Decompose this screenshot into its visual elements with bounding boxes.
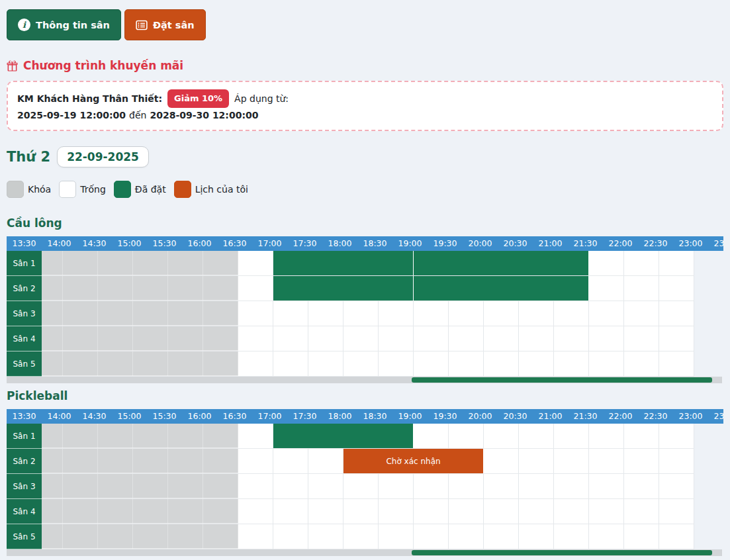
time-label: 17:30 <box>287 409 322 424</box>
promo-name: KM Khách Hàng Thân Thiết: <box>17 91 162 106</box>
slots-canvas[interactable] <box>42 251 694 276</box>
slots-canvas[interactable] <box>42 276 694 301</box>
promo-start-datetime: 2025-09-19 12:00:00 <box>17 108 126 122</box>
toolbar: Thông tin sân Đặt sân <box>7 9 723 40</box>
time-label: 23:00 <box>673 409 708 424</box>
court-row: Sân 5 <box>7 524 723 549</box>
time-label: 17:30 <box>287 236 322 251</box>
promo-heading-label: Chương trình khuyến mãi <box>23 59 183 72</box>
time-label: 21:00 <box>533 409 568 424</box>
court-label: Sân 3 <box>7 301 42 326</box>
time-label: 23:30 <box>708 236 723 251</box>
legend-swatch-mine <box>174 181 191 198</box>
time-label: 22:30 <box>638 236 673 251</box>
legend: KhóaTrốngĐã đặtLịch của tôi <box>7 181 723 198</box>
horizontal-scrollbar[interactable] <box>7 549 722 556</box>
weekday-label: Thứ 2 <box>7 149 50 165</box>
time-header-row: 13:3014:0014:3015:0015:3016:0016:3017:00… <box>7 409 723 424</box>
slots-canvas[interactable] <box>42 301 694 326</box>
time-label: 23:30 <box>708 409 723 424</box>
slots-canvas[interactable]: Chờ xác nhận <box>42 449 694 474</box>
time-label: 22:00 <box>603 236 638 251</box>
time-label: 19:00 <box>392 236 428 251</box>
time-label: 22:30 <box>638 409 673 424</box>
horizontal-scrollbar[interactable] <box>7 377 722 383</box>
promo-to-word: đến <box>129 108 146 122</box>
time-label: 14:30 <box>77 409 112 424</box>
slots-canvas[interactable] <box>42 326 694 351</box>
locked-region <box>42 499 238 524</box>
time-label: 15:00 <box>112 409 147 424</box>
time-label: 16:30 <box>217 236 252 251</box>
promo-box: KM Khách Hàng Thân Thiết: Giảm 10% Áp dụ… <box>7 81 723 131</box>
slots-canvas[interactable] <box>42 474 694 499</box>
court-row: Sân 1 <box>7 424 723 449</box>
booking-block-booked[interactable] <box>273 424 414 448</box>
legend-item-mine: Lịch của tôi <box>174 181 248 198</box>
section-title: Pickleball <box>7 389 723 402</box>
time-label: 15:00 <box>112 236 147 251</box>
time-label: 17:00 <box>252 409 287 424</box>
promo-line-1: KM Khách Hàng Thân Thiết: Giảm 10% Áp dụ… <box>17 89 713 108</box>
time-label: 19:30 <box>428 409 463 424</box>
court-label: Sân 4 <box>7 326 42 351</box>
court-row: Sân 4 <box>7 326 723 351</box>
schedule-section: Cầu lông13:3014:0014:3015:0015:3016:0016… <box>7 216 723 383</box>
time-label: 14:00 <box>42 409 77 424</box>
time-label: 18:30 <box>357 236 392 251</box>
book-court-button[interactable]: Đặt sân <box>124 9 206 40</box>
book-court-button-label: Đặt sân <box>153 20 195 30</box>
slots-canvas[interactable] <box>42 524 694 549</box>
booking-grid: 13:3014:0014:3015:0015:3016:0016:3017:00… <box>7 236 723 383</box>
time-label: 20:00 <box>463 236 498 251</box>
court-row: Sân 2 <box>7 276 723 301</box>
booking-block-booked[interactable] <box>414 276 589 301</box>
booking-block-booked[interactable] <box>273 251 414 275</box>
locked-region <box>42 351 238 376</box>
court-label: Sân 5 <box>7 524 42 549</box>
legend-swatch-locked <box>7 181 24 198</box>
schedule-section: Pickleball13:3014:0014:3015:0015:3016:00… <box>7 389 723 556</box>
time-label: 16:30 <box>217 409 252 424</box>
slots-canvas[interactable] <box>42 499 694 524</box>
section-title: Cầu lông <box>7 216 723 230</box>
time-label: 21:30 <box>568 236 603 251</box>
date-bar: Thứ 2 22-09-2025 <box>7 146 723 167</box>
scrollbar-thumb[interactable] <box>412 550 712 555</box>
scrollbar-thumb[interactable] <box>412 377 712 383</box>
locked-region <box>42 276 238 301</box>
court-label: Sân 1 <box>7 424 42 449</box>
court-label: Sân 5 <box>7 351 42 377</box>
promo-discount-badge: Giảm 10% <box>167 89 229 108</box>
time-header-row: 13:3014:0014:3015:0015:3016:0016:3017:00… <box>7 236 723 251</box>
legend-label: Trống <box>80 184 106 195</box>
slots-canvas[interactable] <box>42 351 694 377</box>
booking-block-mine[interactable]: Chờ xác nhận <box>343 449 484 473</box>
time-label: 13:30 <box>7 409 42 424</box>
date-picker[interactable]: 22-09-2025 <box>57 146 149 167</box>
booking-block-booked[interactable] <box>414 251 589 275</box>
slots-canvas[interactable] <box>42 424 694 449</box>
court-label: Sân 4 <box>7 499 42 524</box>
court-info-button[interactable]: Thông tin sân <box>7 9 121 40</box>
locked-region <box>42 301 238 326</box>
time-label: 15:30 <box>147 236 182 251</box>
time-label: 19:00 <box>392 409 428 424</box>
court-row: Sân 1 <box>7 251 723 276</box>
locked-region <box>42 326 238 351</box>
court-row: Sân 2Chờ xác nhận <box>7 449 723 474</box>
time-label: 23:00 <box>673 236 708 251</box>
legend-swatch-free <box>59 181 76 198</box>
locked-region <box>42 474 238 498</box>
legend-label: Khóa <box>28 184 51 195</box>
time-label: 21:30 <box>568 409 603 424</box>
promo-heading: Chương trình khuyến mãi <box>7 59 723 72</box>
booking-block-booked[interactable] <box>273 276 414 301</box>
time-label: 16:00 <box>182 409 217 424</box>
time-label: 21:00 <box>533 236 568 251</box>
court-label: Sân 2 <box>7 276 42 301</box>
court-row: Sân 3 <box>7 301 723 326</box>
legend-item-free: Trống <box>59 181 106 198</box>
gift-icon <box>7 60 18 71</box>
time-label: 18:30 <box>357 409 392 424</box>
